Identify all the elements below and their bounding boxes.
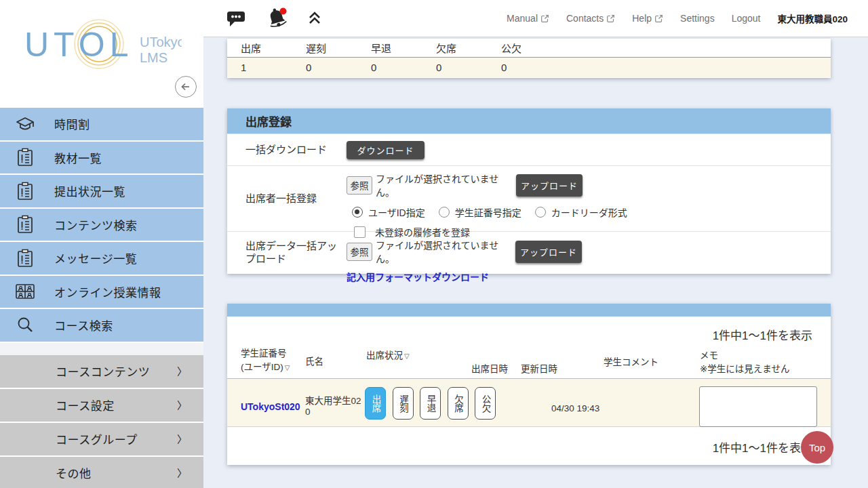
sidebar-item-label: コース設定 bbox=[56, 396, 115, 413]
help-link-label: Help bbox=[632, 13, 652, 24]
column-header-name: 氏名 bbox=[305, 355, 323, 369]
clipboard-icon bbox=[14, 147, 37, 167]
column-header-attend-time: 出席日時 bbox=[471, 363, 508, 376]
user-name: 東大用教職員020 bbox=[777, 12, 848, 25]
sidebar-divider bbox=[0, 343, 203, 355]
sidebar-item-content-search[interactable]: コンテンツ検索 bbox=[0, 209, 203, 243]
sidebar-item-label: コース検索 bbox=[54, 317, 113, 333]
sidebar-item-course-settings[interactable]: コース設定 〉 bbox=[0, 389, 203, 423]
upload-button-2[interactable]: アップロード bbox=[515, 241, 582, 263]
logo-area: UTOL UTokyo LMS bbox=[0, 0, 203, 108]
online-class-icon bbox=[14, 281, 37, 302]
collapse-header-button[interactable] bbox=[307, 9, 323, 27]
manual-link-label: Manual bbox=[507, 13, 538, 24]
help-link[interactable]: Help bbox=[632, 13, 663, 24]
memo-textarea[interactable] bbox=[699, 386, 817, 427]
external-link-icon bbox=[540, 14, 549, 23]
table-header-bar bbox=[227, 304, 831, 317]
format-download-link[interactable]: 記入用フォーマットダウンロード bbox=[347, 270, 489, 283]
status-button-excused[interactable]: 公欠 bbox=[475, 387, 496, 420]
summary-header-late: 遅刻 bbox=[292, 41, 357, 55]
sidebar-collapse-button[interactable] bbox=[175, 76, 197, 98]
summary-header-row: 出席 遅刻 早退 欠席 公欠 bbox=[227, 39, 831, 58]
svg-text:UTokyo: UTokyo bbox=[140, 35, 182, 49]
clipboard-icon bbox=[14, 248, 37, 268]
clipboard-icon bbox=[14, 181, 37, 201]
browse-button[interactable]: 参照 bbox=[347, 176, 372, 195]
summary-value-present: 1 bbox=[227, 62, 292, 73]
student-id-link[interactable]: UTokyoSt020 bbox=[241, 401, 300, 412]
bulk-register-row: 出席者一括登録 参照 ファイルが選択されていません。 アップロード ユーザID指… bbox=[227, 165, 831, 231]
student-name: 東大用学生020 bbox=[305, 396, 363, 418]
messages-button[interactable] bbox=[225, 8, 247, 28]
sidebar-item-course-contents[interactable]: コースコンテンツ 〉 bbox=[0, 355, 203, 389]
sidebar-item-others[interactable]: その他 〉 bbox=[0, 457, 203, 488]
topbar: Manual Contacts Help Settings Logout 東大用… bbox=[203, 0, 868, 37]
utol-logo: UTOL UTokyo LMS bbox=[19, 19, 182, 83]
table-footer: 1件中1〜1件を表示 bbox=[227, 427, 831, 464]
sidebar-item-course-group[interactable]: コースグループ 〉 bbox=[0, 423, 203, 457]
upload-button[interactable]: アップロード bbox=[516, 174, 583, 197]
table-header: 1件中1〜1件を表示 学生証番号 (ユーザID)▽ 氏名 出席状況▽ 出席日時 … bbox=[227, 317, 831, 379]
bell-icon bbox=[264, 7, 289, 30]
summary-value-early-leave: 0 bbox=[357, 62, 422, 73]
sidebar-item-online-class[interactable]: オンライン授業情報 bbox=[0, 276, 203, 310]
sidebar-item-timetable[interactable]: 時間割 bbox=[0, 108, 203, 142]
download-button[interactable]: ダウンロード bbox=[347, 141, 425, 159]
section-title: 出席登録 bbox=[227, 108, 831, 134]
column-header-status[interactable]: 出席状況▽ bbox=[366, 349, 410, 363]
settings-link[interactable]: Settings bbox=[680, 13, 715, 24]
update-time: 04/30 19:43 bbox=[551, 403, 599, 413]
sidebar-item-label: コースコンテンツ bbox=[56, 363, 150, 380]
column-header-comment: 学生コメント bbox=[604, 356, 658, 369]
sort-icon: ▽ bbox=[285, 364, 290, 371]
chevron-right-icon: 〉 bbox=[177, 364, 187, 378]
bulk-download-row: 一括ダウンロード ダウンロード bbox=[227, 134, 831, 165]
radio-student-card-number-label: 学生証番号指定 bbox=[455, 205, 521, 219]
sidebar-item-submissions[interactable]: 提出状況一覧 bbox=[0, 175, 203, 209]
sort-icon: ▽ bbox=[404, 352, 410, 360]
column-header-student-id[interactable]: 学生証番号 (ユーザID)▽ bbox=[241, 347, 290, 375]
arrow-left-icon bbox=[178, 79, 193, 94]
summary-header-excused: 公欠 bbox=[488, 41, 553, 55]
radio-card-reader[interactable] bbox=[535, 207, 546, 218]
sidebar-item-label: その他 bbox=[56, 464, 92, 481]
sidebar-item-messages[interactable]: メッセージ一覧 bbox=[0, 242, 203, 276]
sidebar: UTOL UTokyo LMS 時間割 教材一覧 提出状況一覧 bbox=[0, 0, 203, 488]
scroll-to-top-button[interactable]: Top bbox=[801, 431, 833, 464]
double-chevron-up-icon bbox=[307, 9, 323, 27]
chevron-right-icon: 〉 bbox=[177, 398, 187, 412]
sidebar-item-materials[interactable]: 教材一覧 bbox=[0, 142, 203, 176]
sidebar-item-label: 提出状況一覧 bbox=[54, 182, 125, 199]
sidebar-item-course-search[interactable]: コース検索 bbox=[0, 309, 203, 343]
column-header-memo: メモ ※学生には見えません bbox=[700, 349, 789, 377]
clipboard-icon bbox=[14, 214, 37, 235]
radio-student-card-number[interactable] bbox=[439, 207, 450, 218]
status-button-late[interactable]: 遅刻 bbox=[393, 387, 414, 420]
attendance-summary-table: 出席 遅刻 早退 欠席 公欠 1 0 0 0 0 bbox=[227, 39, 831, 78]
status-button-group: 出席 遅刻 早退 欠席 公欠 bbox=[365, 387, 496, 420]
chevron-right-icon: 〉 bbox=[177, 432, 187, 446]
external-link-icon bbox=[606, 14, 615, 23]
status-button-early-leave[interactable]: 早退 bbox=[420, 387, 441, 420]
graduation-cap-icon bbox=[14, 114, 37, 134]
sidebar-item-label: 教材一覧 bbox=[54, 149, 102, 166]
summary-value-row: 1 0 0 0 0 bbox=[227, 58, 831, 77]
settings-link-label: Settings bbox=[680, 13, 715, 24]
logout-link[interactable]: Logout bbox=[732, 13, 761, 24]
radio-user-id[interactable] bbox=[352, 207, 363, 218]
manual-link[interactable]: Manual bbox=[507, 13, 549, 24]
status-button-present[interactable]: 出席 bbox=[365, 387, 386, 420]
radio-user-id-label: ユーザID指定 bbox=[368, 205, 425, 219]
svg-text:UTOL: UTOL bbox=[24, 26, 133, 64]
radio-card-reader-label: カードリーダ形式 bbox=[551, 205, 627, 219]
bulk-download-label: 一括ダウンロード bbox=[227, 144, 347, 157]
status-button-absent[interactable]: 欠席 bbox=[448, 387, 469, 420]
notifications-button[interactable] bbox=[264, 7, 289, 30]
contacts-link[interactable]: Contacts bbox=[566, 13, 615, 24]
svg-text:LMS: LMS bbox=[140, 50, 167, 65]
chat-bubble-icon bbox=[225, 8, 247, 28]
browse-button-2[interactable]: 参照 bbox=[347, 243, 372, 261]
sidebar-item-label: メッセージ一覧 bbox=[54, 249, 137, 266]
summary-value-excused: 0 bbox=[488, 62, 553, 73]
